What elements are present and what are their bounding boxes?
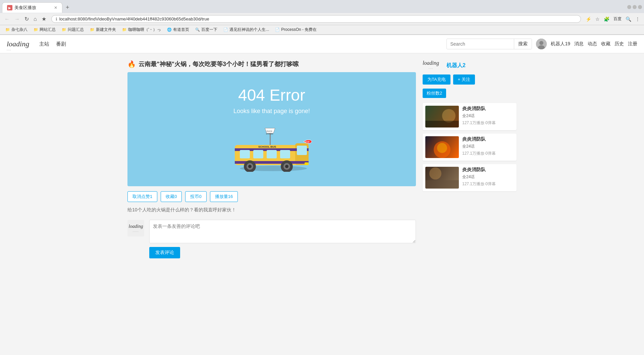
- baidu-icon[interactable]: 百度: [612, 15, 623, 22]
- bookmark-item-8[interactable]: 📄 遇见狂神说的个人生...: [221, 26, 272, 33]
- coin-button[interactable]: 投币0: [185, 191, 206, 202]
- address-bar[interactable]: ℹ localhost:8080/findVideoByVname/4f40de…: [51, 15, 581, 23]
- browser-chrome: ▶ 美食区播放 ✕ + ← → ↻ ⌂ ★ ℹ localhost:8080/f…: [0, 0, 644, 35]
- main-container: 🔥 云南最"神秘"火锅，每次吃要等3个小时！猛男看了都打哆嗦 404 Error…: [121, 60, 523, 258]
- svg-rect-9: [253, 150, 263, 158]
- bookmark-label: 杂七杂八: [11, 27, 28, 33]
- forward-button[interactable]: →: [13, 15, 21, 23]
- bookmark-label: 遇见狂神说的个人生...: [229, 27, 269, 33]
- search-button[interactable]: 搜索: [514, 39, 532, 49]
- main-nav: 主站 番剧: [39, 40, 66, 49]
- tab-title: 美食区播放: [14, 5, 36, 11]
- bookmark-item-4[interactable]: 📁 新建文件夹: [87, 26, 119, 33]
- video-description: 给10个人吃的火锅是什么样的？看的我直呼好家伙！: [127, 207, 416, 213]
- svg-rect-12: [297, 146, 307, 155]
- lightning-icon[interactable]: ⚡: [584, 16, 593, 22]
- video-player[interactable]: 404 Error Looks like that page is gone!: [127, 72, 416, 186]
- home-button[interactable]: ⌂: [32, 15, 39, 23]
- charge-button[interactable]: 为TA充电: [423, 74, 450, 85]
- rec-stats-2: 127.1万播放·0弹幕: [462, 151, 514, 156]
- svg-text:STATION: STATION: [266, 133, 273, 135]
- error-title: 404 Error: [221, 86, 322, 104]
- action-buttons: 取消点赞1 收藏0 投币0 播放量16: [127, 191, 416, 202]
- fans-button[interactable]: 粉丝数2: [423, 89, 446, 98]
- collect-button[interactable]: 收藏0: [161, 191, 182, 202]
- unlike-button[interactable]: 取消点赞1: [127, 191, 157, 202]
- back-button[interactable]: ←: [3, 15, 11, 23]
- bus-svg: SCHOOL BUS STOP DUCK: [221, 121, 322, 172]
- header-right: 搜索 机器人19 消息 动态 收藏 历史 注册: [446, 39, 637, 49]
- nav-dynamic[interactable]: 动态: [588, 41, 597, 47]
- extensions-icon[interactable]: 🧩: [602, 16, 611, 22]
- bookmark-label: 新建文件夹: [96, 27, 116, 33]
- maximize-button[interactable]: [633, 5, 637, 9]
- bookmark-label: 咖喱咖喱（'・）っ: [128, 27, 161, 33]
- close-button[interactable]: [638, 5, 642, 9]
- sidebar-logo: loading: [423, 60, 439, 66]
- svg-rect-10: [267, 150, 277, 158]
- submit-comment-button[interactable]: 发表评论: [149, 247, 180, 258]
- bookmark-item-1[interactable]: 📁 杂七杂八: [3, 26, 30, 33]
- fire-icon: 🔥: [127, 60, 136, 68]
- rec-episodes-2: 全24话: [462, 144, 514, 149]
- comment-avatar-img: loading ......: [127, 220, 144, 237]
- rec-item-2[interactable]: 炎炎消防队 全24话 127.1万播放·0弹幕: [423, 134, 517, 161]
- nav-register[interactable]: 注册: [628, 41, 637, 47]
- nav-messages[interactable]: 消息: [574, 41, 584, 47]
- rec-item-3[interactable]: 炎炎消防队 全24话 127.1万播放·0弹幕: [423, 164, 517, 191]
- star-icon[interactable]: ☆: [594, 16, 601, 22]
- reload-button[interactable]: ↻: [23, 15, 31, 23]
- video-title: 🔥 云南最"神秘"火锅，每次吃要等3个小时！猛男看了都打哆嗦: [127, 60, 416, 68]
- folder-icon: 📁: [34, 28, 38, 32]
- active-tab[interactable]: ▶ 美食区播放 ✕: [2, 2, 62, 13]
- error-content: 404 Error Looks like that page is gone!: [221, 86, 322, 173]
- bookmark-item-5[interactable]: 📁 咖喱咖喱（'・）っ: [119, 26, 164, 33]
- bookmark-item-2[interactable]: 📁 网站汇总: [31, 26, 58, 33]
- comment-avatar: loading ......: [127, 220, 144, 237]
- search-icon: 🔍: [195, 28, 200, 32]
- follow-button[interactable]: + 关注: [453, 74, 475, 85]
- rec-title-2: 炎炎消防队: [462, 136, 514, 142]
- nav-favorites[interactable]: 收藏: [601, 41, 610, 47]
- app-header: loading 主站 番剧 搜索 机器人19 消息 动态 收藏 历史 注册: [0, 35, 644, 53]
- rec-item-1[interactable]: 炎炎消防队 全24话 127.1万播放·0弹幕: [423, 103, 517, 130]
- comment-section: loading ...... 发表评论: [127, 220, 416, 258]
- bookmark-item-9[interactable]: 📄 ProcessOn - 免费在: [272, 26, 319, 33]
- search-input[interactable]: [447, 39, 514, 49]
- rec-thumb-3: [425, 167, 459, 189]
- comment-logo-dots: ......: [129, 230, 143, 233]
- tab-favicon: ▶: [7, 5, 12, 10]
- new-tab-button[interactable]: +: [62, 2, 73, 13]
- svg-rect-26: [305, 162, 309, 165]
- menu-icon[interactable]: ⋮: [634, 16, 641, 22]
- rec-episodes-1: 全24话: [462, 113, 514, 119]
- minimize-button[interactable]: [627, 5, 631, 9]
- nav-home[interactable]: 主站: [39, 40, 49, 49]
- svg-text:SCHOOL BUS: SCHOOL BUS: [258, 145, 276, 148]
- browser-controls: ← → ↻ ⌂ ★ ℹ localhost:8080/findVideoByVn…: [0, 13, 644, 25]
- nav-anime[interactable]: 番剧: [56, 40, 66, 49]
- comment-textarea[interactable]: [149, 220, 416, 243]
- bookmark-item-3[interactable]: 📁 问题汇总: [59, 26, 87, 33]
- bookmark-item-6[interactable]: 🌐 有道首页: [164, 26, 192, 33]
- bookmark-button[interactable]: ★: [40, 15, 48, 23]
- bookmark-label: 百度一下: [201, 27, 217, 33]
- rec-title-1: 炎炎消防队: [462, 106, 514, 112]
- nav-history[interactable]: 历史: [614, 41, 624, 47]
- error-subtitle: Looks like that page is gone!: [221, 108, 322, 115]
- tab-close-btn[interactable]: ✕: [54, 5, 57, 10]
- folder-icon: 📁: [90, 28, 95, 32]
- svg-point-18: [248, 165, 252, 168]
- rec-thumb-2: [425, 136, 459, 158]
- svg-point-1: [539, 41, 543, 45]
- sidebar-logo-container: loading ....: [423, 60, 439, 69]
- page-icon: 📄: [223, 28, 228, 32]
- bookmark-item-7[interactable]: 🔍 百度一下: [193, 26, 220, 33]
- search-icon[interactable]: 🔍: [624, 16, 633, 22]
- user-avatar[interactable]: [536, 39, 547, 49]
- comment-input-area: 发表评论: [149, 220, 416, 258]
- views-button[interactable]: 播放量16: [210, 191, 238, 202]
- sidebar: loading .... 机器人2 为TA充电 + 关注 粉丝数2 炎炎消防队 …: [423, 60, 517, 258]
- nav-user[interactable]: 机器人19: [551, 41, 570, 47]
- logo[interactable]: loading: [7, 40, 29, 48]
